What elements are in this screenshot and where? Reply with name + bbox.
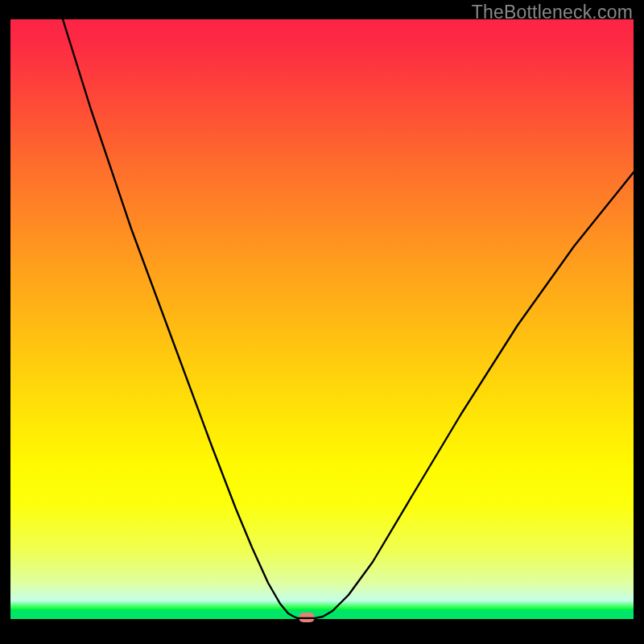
chart-green-baseline <box>10 609 634 619</box>
chart-gradient-background <box>10 19 634 609</box>
chart-frame <box>10 19 634 634</box>
optimum-marker <box>299 613 315 622</box>
